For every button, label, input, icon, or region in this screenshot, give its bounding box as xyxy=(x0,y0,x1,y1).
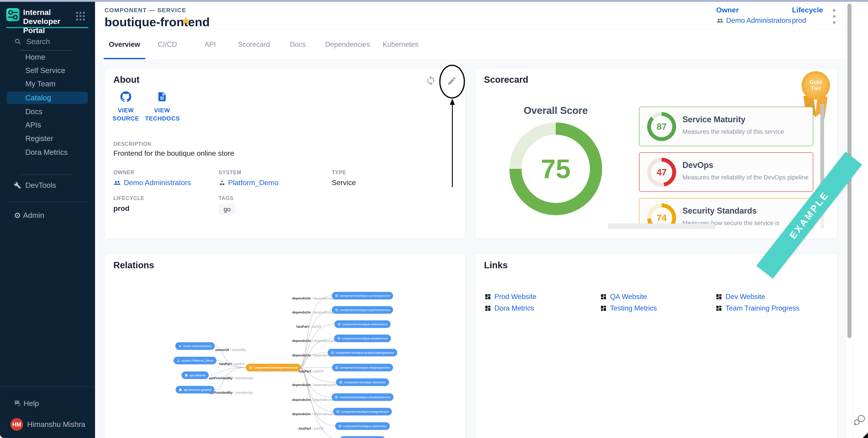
page-scrollbar-gutter xyxy=(845,2,868,438)
badge-text: Gold Tier xyxy=(804,74,827,97)
owner-field-text: Demo Administrators xyxy=(124,178,191,187)
sidebar-item-docs[interactable]: Docs xyxy=(7,106,88,118)
sidebar-search[interactable]: Search xyxy=(14,36,82,47)
score-donut: 47 xyxy=(647,158,676,187)
sidebar-item-self-service[interactable]: Self Service xyxy=(7,64,88,77)
graph-node-frontend[interactable]: component:boutique-frontend xyxy=(246,364,301,371)
graph-node-admins[interactable]: Demo Administrators xyxy=(175,342,215,350)
graph-edge xyxy=(298,368,336,426)
more-options-button[interactable] xyxy=(830,8,838,26)
sidebar-item-register[interactable]: Register xyxy=(7,132,88,145)
tab-overview[interactable]: Overview xyxy=(109,31,140,58)
edge-label: dependsOn / dependencyOf xyxy=(292,398,336,402)
component-icon xyxy=(331,351,334,354)
component-icon xyxy=(335,308,338,311)
link-qa-website[interactable]: QA Website xyxy=(600,293,647,301)
portal-logo[interactable] xyxy=(6,8,20,21)
link-testing-metrics[interactable]: Testing Metrics xyxy=(600,304,657,312)
search-placeholder: Search xyxy=(26,37,50,46)
graph-node-email[interactable]: component:boutique-emailservice xyxy=(334,335,391,342)
component-icon xyxy=(336,410,339,413)
dashboard-icon xyxy=(715,293,722,300)
graph-node-loadgen[interactable]: component:boutique-loadgenerator xyxy=(333,408,392,415)
score-item-title: Security Standards xyxy=(682,206,757,215)
component-icon xyxy=(335,366,339,369)
group-icon xyxy=(113,180,121,186)
graph-node-catalog[interactable]: component:boutique-productcatalogservice xyxy=(328,349,397,357)
edit-pencil-icon[interactable] xyxy=(447,76,459,88)
tab-kubernetes[interactable]: Kubernetes xyxy=(383,31,418,58)
search-icon xyxy=(14,38,21,45)
graph-node-shipping[interactable]: component:boutique-shippingservice xyxy=(332,364,393,371)
sidebar-item-devtools[interactable]: DevTools xyxy=(0,179,95,192)
score-item-service-maturity[interactable]: 87Service MaturityMeasures the reliabili… xyxy=(639,107,813,146)
refresh-icon[interactable] xyxy=(426,75,437,87)
user-name: Himanshu Mishra xyxy=(27,420,85,429)
favorite-star-icon[interactable]: ★ xyxy=(181,14,191,28)
tag-chip[interactable]: go xyxy=(219,203,236,215)
graph-node-redis[interactable]: component:boutique-redisservice xyxy=(335,321,391,328)
score-donut: 87 xyxy=(647,112,676,141)
graph-edges xyxy=(105,254,465,438)
sidebar-item-label: Admin xyxy=(23,211,44,220)
link-label: Dora Metrics xyxy=(494,304,534,312)
sidebar-item-dora-metrics[interactable]: Dora Metrics xyxy=(7,146,88,159)
score-item-devops[interactable]: 47DevOpsMeasures the reliability of the … xyxy=(639,152,813,192)
header-owner: Owner Demo Administrators xyxy=(716,6,791,25)
graph-node-label: component:boutique-redisservice xyxy=(342,323,388,326)
sidebar-user[interactable]: HM Himanshu Mishra xyxy=(0,418,95,431)
owner-value: Demo Administrators xyxy=(726,16,791,25)
owner-label: Owner xyxy=(716,6,791,14)
dashboard-icon xyxy=(485,293,491,300)
tags-field-label: TAGS xyxy=(219,195,234,201)
graph-node-label: component:boutique-loadgenerator xyxy=(341,410,389,413)
graph-node-platform[interactable]: system:Platform_Demo xyxy=(174,357,216,364)
tab-dependencies[interactable]: Dependencies xyxy=(325,31,370,58)
chat-bubbles-icon[interactable] xyxy=(852,412,867,426)
tab-docs[interactable]: Docs xyxy=(290,31,306,58)
sidebar-item-home[interactable]: Home xyxy=(7,51,88,63)
system-field-value[interactable]: Platform_Demo xyxy=(219,178,278,187)
graph-node-starwars[interactable]: api:starwars-graphql xyxy=(176,386,214,394)
view-techdocs-link[interactable]: VIEW TECHDOCS xyxy=(145,91,179,123)
edge-label: hasPart / partOf xyxy=(299,427,323,430)
edge-label: dependsOn / dependencyOf xyxy=(292,296,336,300)
graph-node-label: component:boutique-emailservice xyxy=(342,337,388,340)
graph-node-cart[interactable]: component:boutique-cartservice xyxy=(335,423,390,430)
tab-ci-cd[interactable]: CI/CD xyxy=(158,31,177,58)
page-title: boutique-frontend xyxy=(104,15,210,29)
component-icon xyxy=(335,294,338,297)
content-area: About VIEW SOURCE VIEW TECHDOCS DESCRIPT… xyxy=(95,60,845,438)
sidebar-item-admin[interactable]: ⚙ Admin xyxy=(0,209,95,222)
sidebar-item-catalog[interactable]: Catalog xyxy=(7,92,88,104)
tab-api[interactable]: API xyxy=(205,31,216,58)
graph-node-payment[interactable]: component:boutique-paymentservice xyxy=(332,306,393,314)
score-list-hscrollbar[interactable] xyxy=(608,224,715,229)
help-chat-icon: ? xyxy=(13,399,22,408)
api-puzzle-icon xyxy=(179,388,182,391)
user-avatar: HM xyxy=(10,418,23,431)
sidebar-item-apis[interactable]: APIs xyxy=(7,119,88,131)
link-dev-website[interactable]: Dev Website xyxy=(715,293,765,301)
link-team-training-progress[interactable]: Team Training Progress xyxy=(715,304,800,312)
overall-score-label: Overall Score xyxy=(524,105,588,116)
graph-node-checkout[interactable]: component:boutique-checkoutservice xyxy=(332,394,394,401)
graph-node-partial[interactable] xyxy=(340,436,385,438)
component-icon xyxy=(337,337,341,340)
sidebar: Internal Developer Portal Search HomeSel… xyxy=(0,2,95,438)
tab-scorecard[interactable]: Scorecard xyxy=(238,31,270,58)
view-source-link[interactable]: VIEW SOURCE xyxy=(109,91,143,123)
apps-grid-icon[interactable] xyxy=(76,12,87,22)
graph-node-label: system:Platform_Demo xyxy=(182,359,213,362)
graph-node-ad[interactable]: component:boutique-adservice xyxy=(336,378,389,386)
graph-edge xyxy=(298,368,334,411)
link-dora-metrics[interactable]: Dora Metrics xyxy=(485,304,534,312)
link-prod-website[interactable]: Prod Website xyxy=(485,293,536,301)
graph-node-petstore[interactable]: api:petstore xyxy=(182,372,209,379)
graph-node-currency[interactable]: component:boutique-currencyservice xyxy=(332,292,393,299)
owner-link[interactable]: Demo Administrators xyxy=(716,16,791,25)
sidebar-item-help[interactable]: ? Help xyxy=(0,397,95,410)
portal-title: Internal Developer Portal xyxy=(23,8,80,35)
sidebar-item-my-team[interactable]: My Team xyxy=(7,78,88,90)
owner-field-value[interactable]: Demo Administrators xyxy=(113,178,191,187)
